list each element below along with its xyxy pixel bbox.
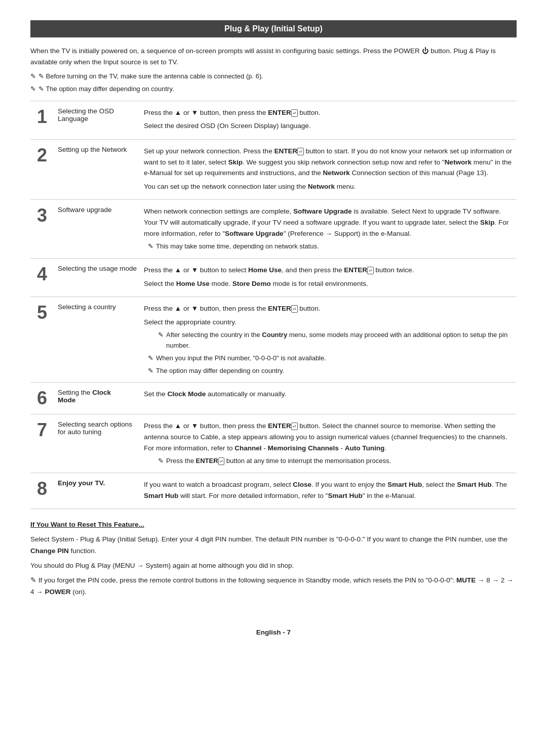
- step-desc-0: Press the ▲ or ▼ button, then press the …: [142, 101, 517, 139]
- note-sym: ✎: [148, 241, 153, 252]
- step-label-3: Selecting the usage mode: [56, 258, 142, 297]
- bottom-section: If You Want to Reset This Feature... Sel…: [30, 519, 517, 598]
- table-row: 1Selecting the OSD LanguagePress the ▲ o…: [30, 101, 517, 139]
- table-row: 8Enjoy your TV.If you want to watch a br…: [30, 473, 517, 509]
- step-label-1: Setting up the Network: [56, 139, 142, 199]
- step-label-0: Selecting the OSD Language: [56, 101, 142, 139]
- step-label-5: Setting the ClockMode: [56, 383, 142, 414]
- page-title: Plug & Play (Initial Setup): [30, 20, 517, 37]
- bottom-line-1: You should do Plug & Play (MENU → System…: [30, 560, 517, 572]
- bottom-line-2: ✎ If you forget the PIN code, press the …: [30, 575, 517, 598]
- intro-text-1: When the TV is initially powered on, a s…: [30, 46, 517, 67]
- step-desc-5: Set the Clock Mode automatically or manu…: [142, 383, 517, 414]
- step-number-6: 6: [30, 383, 56, 414]
- step-desc-1: Set up your network connection. Press th…: [142, 139, 517, 199]
- step-number-8: 8: [30, 473, 56, 509]
- note-block: ✎Press the ENTER⏎ button at any time to …: [144, 456, 515, 467]
- table-row: 6Setting the ClockModeSet the Clock Mode…: [30, 383, 517, 414]
- table-row: 4Selecting the usage modePress the ▲ or …: [30, 258, 517, 297]
- note-block: ✎This may take some time, depending on n…: [144, 241, 515, 252]
- note-sym: ✎: [158, 456, 164, 467]
- note-sym: ✎: [148, 353, 153, 364]
- intro-paragraph: When the TV is initially powered on, a s…: [30, 46, 517, 95]
- bottom-line-0: Select System - Plug & Play (Initial Set…: [30, 534, 517, 557]
- table-row: 3Software upgradeWhen network connection…: [30, 200, 517, 259]
- note-icon-1: ✎: [30, 71, 36, 82]
- step-number-3: 3: [30, 200, 56, 259]
- step-desc-2: When network connection settings are com…: [142, 200, 517, 259]
- table-row: 5Selecting a countryPress the ▲ or ▼ but…: [30, 297, 517, 383]
- step-number-1: 1: [30, 101, 56, 139]
- table-row: 2Setting up the NetworkSet up your netwo…: [30, 139, 517, 199]
- step-label-7: Enjoy your TV.: [56, 473, 142, 509]
- step-number-4: 4: [30, 258, 56, 297]
- step-number-5: 5: [30, 297, 56, 383]
- intro-note-1: ✎✎ Before turning on the TV, make sure t…: [30, 71, 517, 82]
- step-desc-7: If you want to watch a broadcast program…: [142, 473, 517, 509]
- step-desc-4: Press the ▲ or ▼ button, then press the …: [142, 297, 517, 383]
- bottom-heading: If You Want to Reset This Feature...: [30, 519, 517, 531]
- note-sym: ✎: [148, 366, 153, 376]
- step-label-2: Software upgrade: [56, 200, 142, 259]
- step-desc-3: Press the ▲ or ▼ button to select Home U…: [142, 258, 517, 297]
- footer: English - 7: [30, 628, 517, 636]
- note-icon-2: ✎: [30, 84, 36, 95]
- note-sym: ✎: [158, 330, 164, 341]
- steps-table: 1Selecting the OSD LanguagePress the ▲ o…: [30, 101, 517, 509]
- step-label-6: Selecting search options for auto tuning: [56, 414, 142, 473]
- note-block: ✎When you input the PIN number, "0-0-0-0…: [144, 353, 515, 364]
- step-label-4: Selecting a country: [56, 297, 142, 383]
- note-block: ✎After selecting the country in the Coun…: [144, 330, 515, 351]
- intro-note-2: ✎✎ The option may differ depending on co…: [30, 84, 517, 95]
- step-number-7: 7: [30, 414, 56, 473]
- step-number-2: 2: [30, 139, 56, 199]
- note-block: ✎The option may differ depending on coun…: [144, 366, 515, 376]
- step-desc-6: Press the ▲ or ▼ button, then press the …: [142, 414, 517, 473]
- table-row: 7Selecting search options for auto tunin…: [30, 414, 517, 473]
